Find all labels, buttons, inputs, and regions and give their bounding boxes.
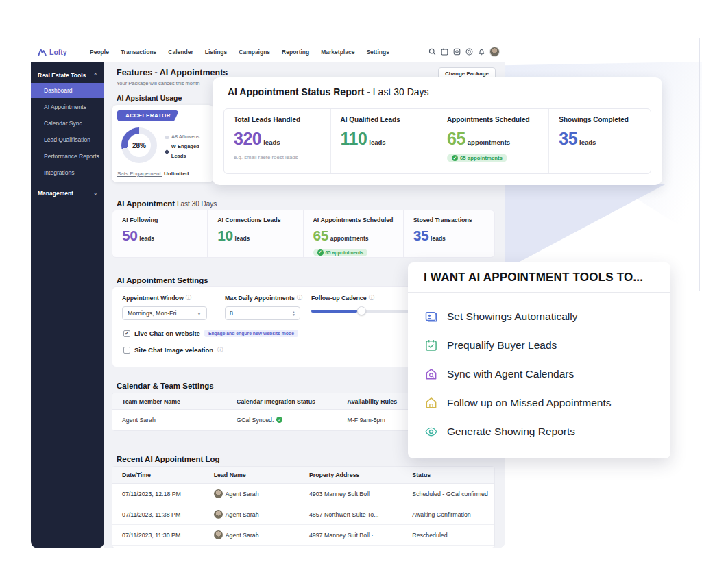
want-panel-title: I WANT AI APPOINTMENT TOOLS TO...: [408, 262, 670, 293]
follow-up-cadence-slider[interactable]: [311, 310, 411, 313]
info-icon[interactable]: ⓘ: [297, 294, 302, 302]
stat-label: AI Appointments Scheduled: [313, 217, 403, 223]
stat-unit: leads: [369, 138, 385, 146]
stat-label: Total Leads Handled: [234, 116, 330, 123]
legend-marker-1: [165, 136, 169, 139]
want-item-generate-reports[interactable]: Generate Showing Reports: [424, 417, 670, 446]
live-chat-checkbox[interactable]: ✓: [123, 330, 130, 337]
want-item-label: Follow up on Missed Appointments: [447, 397, 612, 409]
nav-item-marketplace[interactable]: Marketplace: [321, 49, 354, 56]
want-panel: I WANT AI APPOINTMENT TOOLS TO... Set Sh…: [408, 262, 670, 458]
last30-section-title: AI Appointment Last 30 Days: [117, 199, 217, 208]
slider-thumb[interactable]: [357, 306, 366, 315]
status-report-title: AI Appointment Status Report - Last 30 D…: [228, 86, 429, 97]
lofty-logo[interactable]: Lofty: [38, 48, 90, 56]
field-label: Max Daily Appointments: [225, 295, 295, 302]
last30-title-light: Last 30 Days: [175, 200, 217, 208]
info-icon[interactable]: ⓘ: [369, 294, 374, 302]
log-row[interactable]: 07/11/2023, 11:30 PM Agent Sarah 4997 Ma…: [112, 525, 494, 546]
calendar-icon[interactable]: [440, 48, 448, 56]
checkbox-label: Live Chat on Website: [134, 330, 200, 337]
decor-triangle: [505, 184, 666, 269]
stat-label: AI Connections Leads: [217, 217, 302, 223]
nav-item-calender[interactable]: Calender: [168, 49, 193, 56]
nav-items: People Transactions Calender Listings Ca…: [90, 49, 389, 56]
field-label: Follow-up Cadence: [311, 295, 367, 302]
nav-item-listings[interactable]: Listings: [205, 49, 228, 56]
cell-time: 07/11/2023, 12:18 PM: [112, 491, 204, 498]
lofty-logo-icon: [38, 48, 47, 56]
live-chat-chip: Engage and engure new websits mode: [204, 330, 298, 337]
stat-total-leads-handled: Total Leads Handled 320leads e.g. small …: [224, 109, 331, 173]
sidebar-item-performance-reports[interactable]: Performance Reports: [31, 149, 104, 164]
accelerator-badge: ACCELERATOR: [117, 110, 180, 121]
cell-team-member: Agent Sarah: [112, 417, 227, 424]
decor-line: [699, 38, 700, 291]
max-daily-appointments-stepper[interactable]: 8 ▲▼: [225, 306, 300, 320]
sidebar-item-calendar-sync[interactable]: Calendar Sync: [31, 116, 104, 131]
sidebar-item-ai-appointments[interactable]: AI Appointments: [31, 99, 104, 114]
sidebar-section-real-estate-tools[interactable]: Real Estate Tools ⌃: [31, 69, 104, 82]
stat-value: 65: [313, 228, 328, 243]
field-max-daily-appointments: Max Daily Appointmentsⓘ 8 ▲▼: [225, 294, 302, 320]
nav-item-people[interactable]: People: [90, 49, 109, 56]
cell-status: Awaiting Confirmation: [402, 511, 494, 518]
stepper-arrows[interactable]: ▲▼: [292, 310, 295, 317]
badge-text: 65 appointments: [460, 155, 503, 161]
chevron-down-icon: ▼: [197, 311, 202, 316]
stat-stosed-transactions: Stosed Transactions 35leads: [404, 210, 494, 257]
sidebar-section1-label: Real Estate Tools: [38, 72, 86, 79]
stat-value: 35: [559, 129, 577, 148]
stat-label: Showings Completed: [559, 116, 651, 123]
search-icon[interactable]: [428, 48, 436, 56]
live-chat-checkbox-row: ✓ Live Chat on Website Engage and engure…: [123, 330, 298, 337]
want-item-follow-up[interactable]: Follow up on Missed Appointments: [424, 389, 670, 417]
user-avatar[interactable]: [489, 47, 500, 57]
appointment-window-select[interactable]: Mornings, Mon-Fri ▼: [122, 306, 207, 320]
shield-icon[interactable]: [465, 48, 473, 56]
site-chat-checkbox[interactable]: [123, 347, 130, 354]
nav-item-settings[interactable]: Settings: [366, 49, 389, 56]
stat-label: Appointments Scheduled: [447, 116, 548, 123]
camera-icon[interactable]: [452, 48, 461, 56]
page-title: Features - AI Appointments: [117, 68, 228, 77]
log-row[interactable]: 07/11/2023, 12:18 PM Agent Sarah 4903 Ma…: [112, 484, 494, 504]
engagement-link[interactable]: Sats Engagement:: [117, 171, 162, 177]
stepper-down-icon[interactable]: ▼: [292, 313, 295, 317]
col-team-member: Team Member Name: [112, 398, 227, 405]
top-nav: Lofty People Transactions Calender Listi…: [31, 41, 505, 62]
log-section-title: Recent AI Appointment Log: [117, 455, 220, 463]
calendar-section-title: Calendar & Team Settings: [117, 382, 214, 390]
lead-avatar: [214, 530, 223, 539]
check-icon: ✓: [317, 249, 324, 256]
col-date-time: Date/Time: [112, 471, 204, 478]
bell-icon[interactable]: [477, 48, 485, 56]
info-icon[interactable]: ⓘ: [217, 346, 223, 354]
cell-address: 4997 Manney Suit Boll ·...: [300, 532, 402, 539]
stat-unit: leads: [139, 235, 154, 242]
sidebar-item-lead-qualification[interactable]: Lead Qualifisation: [31, 132, 104, 147]
stat-value: 65: [447, 129, 465, 148]
want-item-set-showings[interactable]: Set Showings Automatically: [424, 302, 670, 331]
usage-section-title: AI Apsistant Usage: [117, 94, 182, 102]
lofty-logo-text: Lofty: [49, 48, 67, 56]
want-item-prequalify[interactable]: Prequalify Buyer Leads: [424, 331, 670, 360]
sidebar-item-dashboard[interactable]: Dashboard: [31, 83, 104, 98]
stat-ai-appointments-scheduled: AI Appointments Scheduled 65appointments…: [304, 210, 404, 257]
info-icon[interactable]: ⓘ: [186, 294, 191, 302]
status-report-card: AI Appointment Status Report - Last 30 D…: [213, 77, 662, 185]
contact-card-icon: [424, 310, 438, 324]
select-value: Mornings, Mon-Fri: [128, 310, 176, 317]
stat-unit: appointments: [468, 138, 510, 146]
log-row[interactable]: 07/11/2023, 11:38 PM Agent Sarah 4857 No…: [112, 504, 494, 525]
want-item-sync-calendars[interactable]: Sync with Agent Calendars: [424, 360, 670, 389]
nav-item-reporting[interactable]: Reporting: [282, 49, 309, 56]
nav-item-campaigns[interactable]: Campaigns: [239, 49, 270, 56]
house-search-icon: [424, 367, 438, 382]
last30-card: AI Following 50leads AI Connections Lead…: [112, 210, 495, 258]
cell-status: Rescheduled: [402, 532, 494, 539]
sidebar-section-management[interactable]: Management ⌄: [31, 187, 104, 199]
nav-item-transactions[interactable]: Transactions: [121, 49, 156, 56]
sidebar: Real Estate Tools ⌃ Dashboard AI Appoint…: [31, 62, 104, 548]
sidebar-item-integrations[interactable]: Integrations: [31, 165, 104, 180]
